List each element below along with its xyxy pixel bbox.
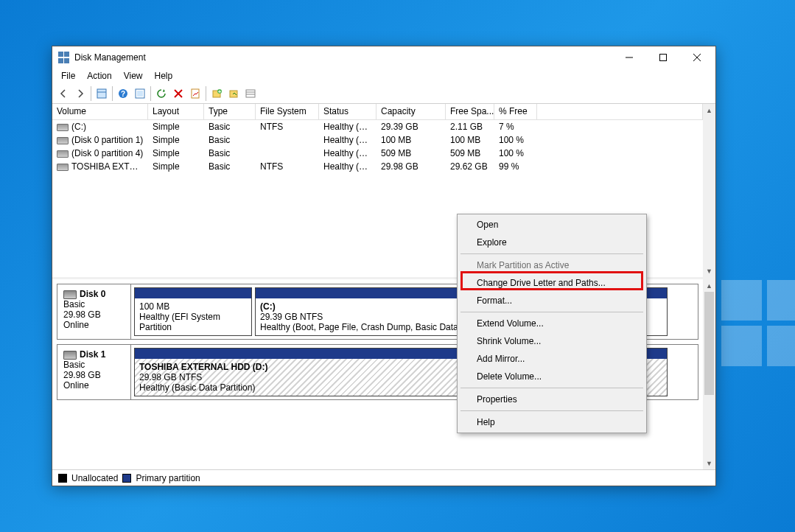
partition-size: 100 MB [139,301,247,312]
ctx-change-letter[interactable]: Change Drive Letter and Paths... [459,274,645,292]
svg-rect-9 [137,91,143,97]
toolbar: ? + [52,83,715,104]
disk-size: 29.98 GB [63,370,125,380]
windows-logo [721,280,795,368]
volume-layout: Simple [148,135,204,145]
scroll-up-icon[interactable]: ▲ [703,279,715,292]
volume-fs: NTFS [256,122,319,132]
menu-file[interactable]: File [55,69,81,83]
ctx-delete[interactable]: Delete Volume... [459,368,645,385]
help-icon[interactable]: ? [115,85,131,102]
volume-free: 29.62 GB [446,161,494,172]
volume-row[interactable]: (Disk 0 partition 1)SimpleBasicHealthy (… [52,133,703,147]
menu-help[interactable]: Help [149,69,179,83]
minimize-button[interactable] [612,47,646,69]
menu-action[interactable]: Action [81,69,117,83]
column-capacity[interactable]: Capacity [377,104,446,119]
volume-free: 100 MB [446,135,494,145]
disk-label[interactable]: Disk 1Basic29.98 GBOnline [57,345,131,399]
scroll-thumb[interactable] [704,292,714,395]
disk-label[interactable]: Disk 0Basic29.98 GBOnline [57,284,131,339]
properties-icon[interactable] [187,85,203,102]
legend-primary: Primary partition [136,473,200,483]
new-icon[interactable]: + [209,85,225,102]
column-pct[interactable]: % Free [494,104,537,119]
volume-name: (C:) [71,122,86,132]
maximize-button[interactable] [646,47,680,69]
disk-management-icon [58,52,70,63]
legend: Unallocated Primary partition [52,469,715,486]
ctx-mirror[interactable]: Add Mirror... [459,350,645,368]
drive-icon [57,124,69,131]
volume-status: Healthy (B... [319,161,377,172]
unallocated-swatch [58,474,67,483]
volume-fs: NTFS [256,161,319,172]
window-title: Disk Management [74,52,612,63]
volume-row[interactable]: (Disk 0 partition 4)SimpleBasicHealthy (… [52,147,703,160]
volume-row[interactable]: TOSHIBA EXTERN...SimpleBasicNTFSHealthy … [52,160,703,173]
volume-free: 2.11 GB [446,122,494,132]
volume-scrollbar[interactable]: ▲ ▼ [703,104,715,277]
ctx-shrink[interactable]: Shrink Volume... [459,332,645,350]
column-status[interactable]: Status [319,104,377,119]
drive-icon [57,137,69,144]
titlebar[interactable]: Disk Management [52,46,715,69]
volume-layout: Simple [148,148,204,158]
context-menu: Open Explore Mark Partition as Active Ch… [457,214,647,433]
disk-state: Online [63,320,125,330]
svg-text:?: ? [121,90,125,98]
back-button[interactable] [55,85,71,102]
volume-type: Basic [204,161,256,172]
scroll-up-icon[interactable]: ▲ [703,104,715,116]
column-spacer [537,104,703,119]
disk-scrollbar[interactable]: ▲ ▼ [703,279,715,469]
ctx-help[interactable]: Help [459,413,645,431]
close-button[interactable] [680,47,714,69]
volume-type: Basic [204,122,256,132]
drive-icon [57,164,69,171]
disk-icon [63,351,77,360]
disk-type: Basic [63,299,125,309]
scroll-down-icon[interactable]: ▼ [703,265,715,277]
column-volume[interactable]: Volume [52,104,148,119]
primary-swatch [122,474,131,483]
volume-type: Basic [204,148,256,158]
menu-view[interactable]: View [118,69,149,83]
volume-status: Healthy (R... [319,148,377,158]
ctx-format[interactable]: Format... [459,292,645,309]
settings-icon[interactable] [132,85,148,102]
column-layout[interactable]: Layout [148,104,204,119]
menubar: File Action View Help [52,69,715,83]
list-icon[interactable] [242,85,259,102]
disk-state: Online [63,380,125,391]
column-free[interactable]: Free Spa... [446,104,494,119]
column-type[interactable]: Type [204,104,256,119]
volume-name: (Disk 0 partition 1) [71,135,143,145]
ctx-extend[interactable]: Extend Volume... [459,315,645,332]
volume-name: TOSHIBA EXTERN... [71,161,148,172]
wizard-icon[interactable] [225,85,242,102]
show-hide-tree-icon[interactable] [94,85,110,102]
volume-capacity: 29.39 GB [377,122,446,132]
forward-button[interactable] [72,85,88,102]
disk-type: Basic [63,360,125,370]
volume-type: Basic [204,135,256,145]
volume-row[interactable]: (C:)SimpleBasicNTFSHealthy (B...29.39 GB… [52,120,703,133]
volume-name: (Disk 0 partition 4) [71,148,143,158]
volume-layout: Simple [148,161,204,172]
scroll-down-icon[interactable]: ▼ [703,457,715,469]
disk-size: 29.98 GB [63,309,125,320]
partition[interactable]: 100 MBHealthy (EFI System Partition [134,287,252,336]
svg-rect-1 [660,55,667,61]
volume-pct: 100 % [494,148,537,158]
ctx-open[interactable]: Open [459,216,645,234]
svg-text:+: + [218,88,221,94]
refresh-icon[interactable] [153,85,169,102]
ctx-properties[interactable]: Properties [459,391,645,408]
partition-status: Healthy (EFI System Partition [139,312,247,332]
volume-free: 509 MB [446,148,494,158]
column-filesystem[interactable]: File System [256,104,319,119]
ctx-explore[interactable]: Explore [459,234,645,251]
delete-icon[interactable] [170,85,186,102]
volume-capacity: 29.98 GB [377,161,446,172]
